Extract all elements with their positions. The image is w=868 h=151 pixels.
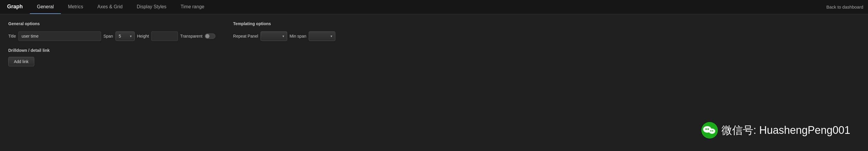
svg-point-4 xyxy=(709,128,715,134)
repeat-panel-label: Repeat Panel xyxy=(233,34,258,39)
min-span-select[interactable] xyxy=(309,31,335,41)
span-select[interactable]: 5 1 2 3 4 6 7 8 9 10 11 12 xyxy=(116,31,135,41)
main-content: General options Title Span 5 1 2 3 4 6 xyxy=(0,14,868,73)
tabs: Graph General Metrics Axes & Grid Displa… xyxy=(5,0,212,14)
page-container: Graph General Metrics Axes & Grid Displa… xyxy=(0,0,868,151)
top-bar: Graph General Metrics Axes & Grid Displa… xyxy=(0,0,868,14)
transparent-label: Transparent xyxy=(180,34,203,39)
repeat-select-wrapper: ▼ xyxy=(260,31,287,41)
add-link-button[interactable]: Add link xyxy=(8,57,34,66)
tab-metrics[interactable]: Metrics xyxy=(61,0,90,14)
options-row: General options Title Span 5 1 2 3 4 6 xyxy=(8,21,860,41)
general-options-section: General options Title Span 5 1 2 3 4 6 xyxy=(8,21,215,41)
general-options-title: General options xyxy=(8,21,215,26)
templating-options-title: Templating options xyxy=(233,21,335,26)
repeat-panel-select[interactable] xyxy=(260,31,287,41)
tab-time-range[interactable]: Time range xyxy=(174,0,211,14)
back-to-dashboard-link[interactable]: Back to dashboard xyxy=(826,4,863,9)
title-input[interactable] xyxy=(18,31,101,41)
templating-fields-row: Repeat Panel ▼ Min span ▼ xyxy=(233,31,335,41)
svg-point-6 xyxy=(712,130,713,131)
span-select-wrapper: 5 1 2 3 4 6 7 8 9 10 11 12 xyxy=(116,31,135,41)
watermark: 微信号: HuashengPeng001 xyxy=(701,121,850,139)
svg-point-5 xyxy=(710,130,711,131)
watermark-text: 微信号: HuashengPeng001 xyxy=(721,123,850,138)
title-label: Title xyxy=(8,34,16,39)
span-label: Span xyxy=(103,34,113,39)
drilldown-section: Drilldown / detail link Add link xyxy=(8,48,860,66)
height-label: Height xyxy=(137,34,149,39)
min-span-label: Min span xyxy=(289,34,306,39)
svg-point-3 xyxy=(707,128,709,130)
transparent-toggle-slider xyxy=(205,33,215,39)
wechat-icon xyxy=(701,121,718,139)
general-fields-row: Title Span 5 1 2 3 4 6 7 8 9 xyxy=(8,31,215,41)
tab-display-styles[interactable]: Display Styles xyxy=(130,0,174,14)
svg-point-2 xyxy=(705,128,707,130)
minspan-select-wrapper: ▼ xyxy=(309,31,335,41)
transparent-toggle[interactable] xyxy=(205,33,215,39)
templating-options-section: Templating options Repeat Panel ▼ Min sp… xyxy=(233,21,335,41)
height-input[interactable] xyxy=(151,31,178,41)
tab-graph[interactable]: Graph xyxy=(5,0,30,14)
drilldown-title: Drilldown / detail link xyxy=(8,48,860,53)
tab-axes-grid[interactable]: Axes & Grid xyxy=(90,0,130,14)
tab-general[interactable]: General xyxy=(30,0,61,14)
